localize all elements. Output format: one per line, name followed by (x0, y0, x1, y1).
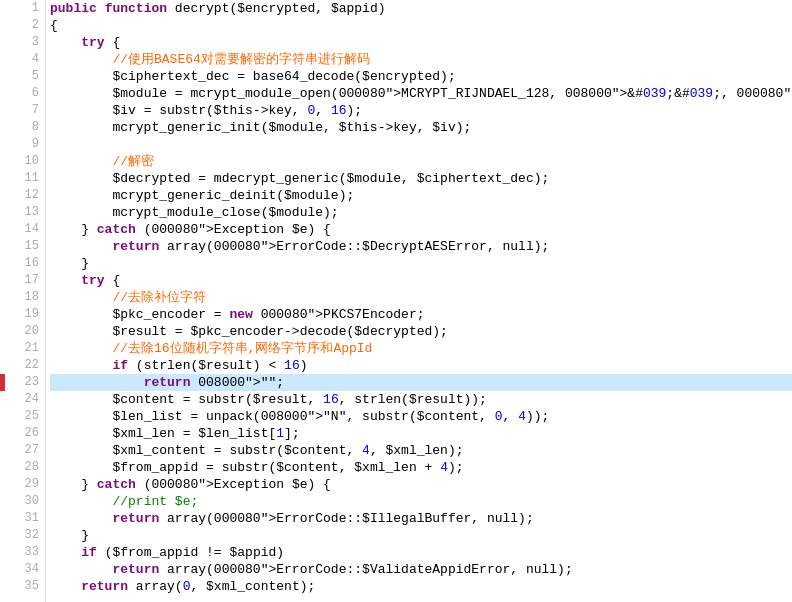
line-number: 9 (14, 136, 39, 153)
code-line: } catch (000080">Exception $e) { (50, 476, 792, 493)
code-line: return array(000080">ErrorCode::$Illegal… (50, 510, 792, 527)
breakpoint-slot (0, 289, 10, 306)
line-number: 3 (14, 34, 39, 51)
code-line: $content = substr($result, 16, strlen($r… (50, 391, 792, 408)
code-line: return array(000080">ErrorCode::$Validat… (50, 561, 792, 578)
breakpoint-slot (0, 17, 10, 34)
breakpoint-slot (0, 408, 10, 425)
breakpoint-slot (0, 391, 10, 408)
breakpoint-slot (0, 527, 10, 544)
breakpoint-slot (0, 34, 10, 51)
breakpoint-slot (0, 493, 10, 510)
code-line: $iv = substr($this->key, 0, 16); (50, 102, 792, 119)
breakpoint-slot (0, 476, 10, 493)
code-line: if (strlen($result) < 16) (50, 357, 792, 374)
breakpoint-slot (0, 442, 10, 459)
line-number: 14 (14, 221, 39, 238)
line-number: 2 (14, 17, 39, 34)
breakpoint-slot (0, 272, 10, 289)
code-line: return array(000080">ErrorCode::$Decrypt… (50, 238, 792, 255)
breakpoint-slot (0, 323, 10, 340)
breakpoint-slot (0, 51, 10, 68)
line-number: 26 (14, 425, 39, 442)
breakpoint-slot (0, 68, 10, 85)
code-line: if ($from_appid != $appid) (50, 544, 792, 561)
line-number: 7 (14, 102, 39, 119)
code-line: $ciphertext_dec = base64_decode($encrypt… (50, 68, 792, 85)
line-number: 1 (14, 0, 39, 17)
line-number: 5 (14, 68, 39, 85)
breakpoint-slot (0, 578, 10, 595)
line-number: 10 (14, 153, 39, 170)
breakpoint-slot (0, 204, 10, 221)
code-line: //去除16位随机字符串,网络字节序和AppId (50, 340, 792, 357)
line-number: 27 (14, 442, 39, 459)
breakpoint-slot (0, 119, 10, 136)
breakpoint-slot (0, 459, 10, 476)
code-line (50, 136, 792, 153)
line-number: 30 (14, 493, 39, 510)
line-number: 8 (14, 119, 39, 136)
breakpoint-slot (0, 425, 10, 442)
code-line: $module = mcrypt_module_open(000080">MCR… (50, 85, 792, 102)
breakpoint-slot (0, 544, 10, 561)
line-number: 11 (14, 170, 39, 187)
line-number: 17 (14, 272, 39, 289)
line-number: 13 (14, 204, 39, 221)
breakpoint-slot (0, 102, 10, 119)
code-line: $result = $pkc_encoder->decode($decrypte… (50, 323, 792, 340)
line-number: 21 (14, 340, 39, 357)
breakpoint-slot (0, 187, 10, 204)
breakpoint-slot (0, 85, 10, 102)
line-number: 35 (14, 578, 39, 595)
code-line: $xml_len = $len_list[1]; (50, 425, 792, 442)
line-number: 4 (14, 51, 39, 68)
line-number: 6 (14, 85, 39, 102)
line-number: 18 (14, 289, 39, 306)
code-line: mcrypt_module_close($module); (50, 204, 792, 221)
code-line: } (50, 255, 792, 272)
breakpoint-slot (0, 136, 10, 153)
code-line: } (50, 527, 792, 544)
code-line: $from_appid = substr($content, $xml_len … (50, 459, 792, 476)
line-number: 23 (14, 374, 39, 391)
line-numbers: 1234567891011121314151617181920212223242… (10, 0, 46, 602)
breakpoint-slot (0, 357, 10, 374)
breakpoint-slot (0, 340, 10, 357)
line-number: 25 (14, 408, 39, 425)
line-number: 34 (14, 561, 39, 578)
code-line: { (50, 17, 792, 34)
breakpoint-slot (0, 561, 10, 578)
line-number: 20 (14, 323, 39, 340)
execution-marker (0, 374, 5, 391)
code-line: //使用BASE64对需要解密的字符串进行解码 (50, 51, 792, 68)
line-number: 28 (14, 459, 39, 476)
code-line: $xml_content = substr($content, 4, $xml_… (50, 442, 792, 459)
breakpoint-slot (0, 0, 10, 17)
code-line: //解密 (50, 153, 792, 170)
breakpoint-slot (0, 238, 10, 255)
code-line: public function decrypt($encrypted, $app… (50, 0, 792, 17)
line-number: 12 (14, 187, 39, 204)
breakpoint-slot (0, 221, 10, 238)
code-line: } catch (000080">Exception $e) { (50, 221, 792, 238)
line-number: 24 (14, 391, 39, 408)
breakpoint-slot (0, 510, 10, 527)
line-number: 33 (14, 544, 39, 561)
breakpoint-slot (0, 255, 10, 272)
breakpoint-gutter (0, 0, 10, 602)
code-line: mcrypt_generic_init($module, $this->key,… (50, 119, 792, 136)
line-number: 22 (14, 357, 39, 374)
breakpoint-slot (0, 306, 10, 323)
code-editor: 1234567891011121314151617181920212223242… (0, 0, 792, 602)
code-line: $len_list = unpack(008000">"N", substr($… (50, 408, 792, 425)
code-content[interactable]: public function decrypt($encrypted, $app… (46, 0, 792, 602)
line-number: 29 (14, 476, 39, 493)
line-number: 32 (14, 527, 39, 544)
line-number: 15 (14, 238, 39, 255)
code-line: mcrypt_generic_deinit($module); (50, 187, 792, 204)
code-line: return array(0, $xml_content); (50, 578, 792, 595)
code-line: $pkc_encoder = new 000080">PKCS7Encoder; (50, 306, 792, 323)
line-number: 16 (14, 255, 39, 272)
line-number: 19 (14, 306, 39, 323)
